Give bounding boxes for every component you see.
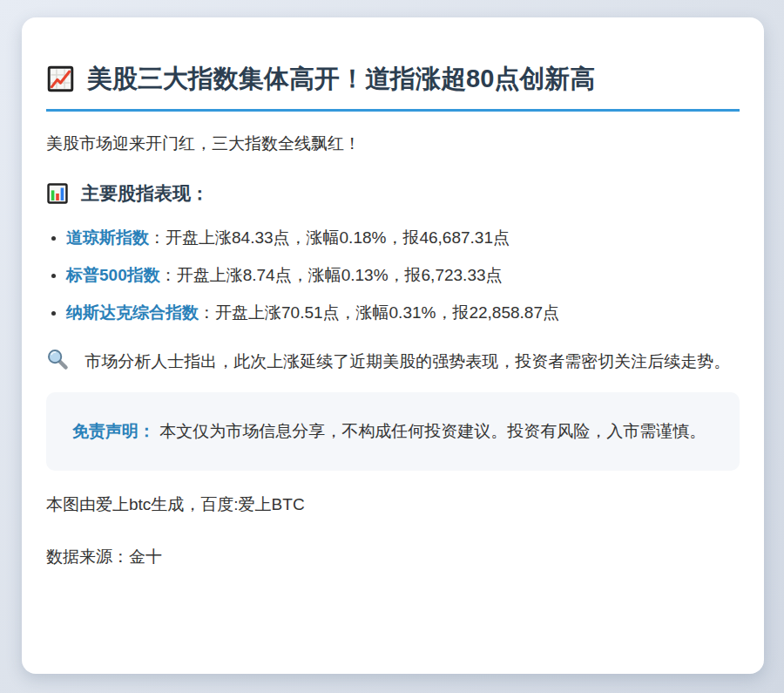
intro-paragraph: 美股市场迎来开门红，三大指数全线飘红！ — [46, 132, 740, 155]
disclaimer-text: 本文仅为市场信息分享，不构成任何投资建议。投资有风险，入市需谨慎。 — [159, 422, 706, 440]
page-title: 美股三大指数集体高开！道指涨超80点创新高 — [46, 61, 740, 112]
data-source-line: 数据来源：金十 — [46, 546, 740, 568]
index-detail: ：开盘上涨70.51点，涨幅0.31%，报22,858.87点 — [199, 303, 559, 322]
analysis-paragraph: 市场分析人士指出，此次上涨延续了近期美股的强势表现，投资者需密切关注后续走势。 — [46, 345, 740, 378]
index-name: 纳斯达克综合指数 — [66, 303, 199, 322]
list-item-nasdaq: 纳斯达克综合指数：开盘上涨70.51点，涨幅0.31%，报22,858.87点 — [66, 302, 740, 324]
magnifier-icon — [46, 348, 70, 371]
bar-chart-icon — [46, 182, 69, 205]
chart-increasing-icon — [46, 65, 75, 93]
title-text: 美股三大指数集体高开！道指涨超80点创新高 — [87, 61, 595, 96]
list-item-sp500: 标普500指数：开盘上涨8.74点，涨幅0.13%，报6,723.33点 — [66, 264, 740, 287]
index-list: 道琼斯指数：开盘上涨84.33点，涨幅0.18%，报46,687.31点 标普5… — [46, 227, 740, 324]
section-heading: 主要股指表现： — [46, 181, 740, 206]
disclaimer-label: 免责声明： — [72, 422, 155, 440]
list-item-dow: 道琼斯指数：开盘上涨84.33点，涨幅0.18%，报46,687.31点 — [66, 227, 740, 249]
analysis-text: 市场分析人士指出，此次上涨延续了近期美股的强势表现，投资者需密切关注后续走势。 — [84, 352, 730, 370]
index-name: 道琼斯指数 — [66, 228, 149, 247]
credit-line: 本图由爱上btc生成，百度:爱上BTC — [46, 493, 740, 516]
index-detail: ：开盘上涨84.33点，涨幅0.18%，报46,687.31点 — [149, 228, 510, 247]
section-heading-text: 主要股指表现： — [81, 181, 209, 206]
index-name: 标普500指数 — [66, 266, 160, 284]
index-detail: ：开盘上涨8.74点，涨幅0.13%，报6,723.33点 — [160, 266, 503, 284]
article-card: 美股三大指数集体高开！道指涨超80点创新高 美股市场迎来开门红，三大指数全线飘红… — [22, 17, 764, 674]
disclaimer-box: 免责声明： 本文仅为市场信息分享，不构成任何投资建议。投资有风险，入市需谨慎。 — [46, 392, 740, 471]
